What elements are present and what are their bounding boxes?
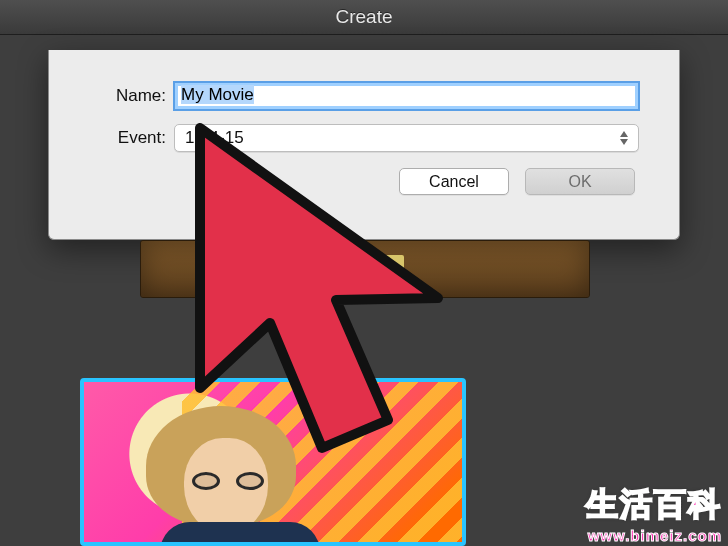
titlebar: Create xyxy=(0,0,728,35)
name-input[interactable]: My Movie xyxy=(174,82,639,110)
watermark-url: www.bimeiz.com xyxy=(586,527,722,544)
app-window: Create Name: My Movie Event: 1-14-15 Can… xyxy=(0,0,728,546)
cancel-button-label: Cancel xyxy=(429,173,479,191)
person-illustration xyxy=(154,412,324,546)
button-row: Cancel OK xyxy=(89,168,639,195)
chevron-updown-icon xyxy=(616,129,632,147)
create-sheet: Name: My Movie Event: 1-14-15 Cancel OK xyxy=(48,50,680,240)
ok-button-label: OK xyxy=(568,173,591,191)
name-input-value: My Movie xyxy=(181,85,254,104)
ok-button[interactable]: OK xyxy=(525,168,635,195)
cancel-button[interactable]: Cancel xyxy=(399,168,509,195)
filmstrip-thumbnail[interactable] xyxy=(140,240,590,298)
caption-fragment: Co xyxy=(300,308,326,331)
event-label: Event: xyxy=(89,128,174,148)
watermark-text: 生活百科 xyxy=(586,483,722,527)
selected-theme-thumbnail[interactable] xyxy=(80,378,466,546)
event-select-value: 1-14-15 xyxy=(185,128,244,148)
event-row: Event: 1-14-15 xyxy=(89,124,639,152)
watermark: 生活百科 www.bimeiz.com xyxy=(586,483,722,544)
titlebar-title: Create xyxy=(335,6,392,28)
name-row: Name: My Movie xyxy=(89,82,639,110)
name-label: Name: xyxy=(89,86,174,106)
event-select[interactable]: 1-14-15 xyxy=(174,124,639,152)
